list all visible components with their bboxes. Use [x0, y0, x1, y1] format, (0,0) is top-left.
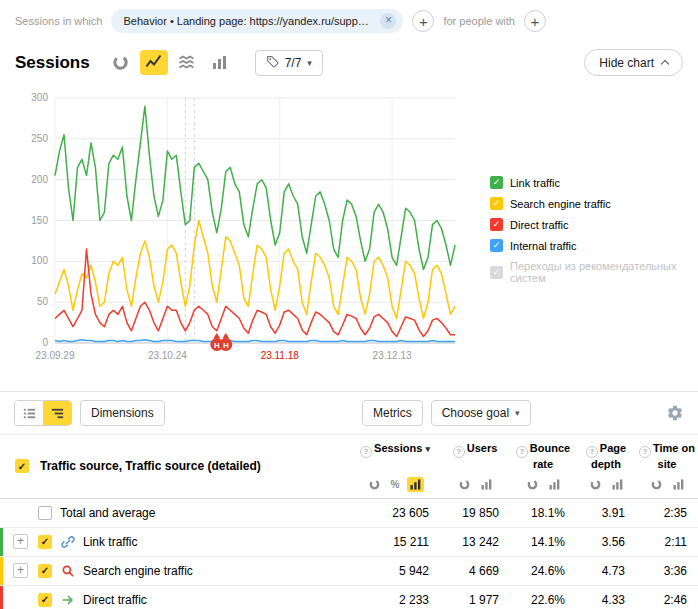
- metric-value: 18.1%: [510, 506, 576, 520]
- info-icon[interactable]: ?: [586, 446, 598, 458]
- line-chart-type-button[interactable]: [140, 50, 168, 75]
- column-label: Sessions: [374, 442, 422, 454]
- add-people-condition-button[interactable]: +: [524, 10, 546, 32]
- row-checkbox[interactable]: ✓: [38, 593, 52, 607]
- column-header-sessions[interactable]: ?Sessions ▾ %: [350, 435, 440, 498]
- select-all-checkbox[interactable]: ✓: [15, 459, 29, 473]
- row-label[interactable]: Search engine traffic: [83, 564, 193, 578]
- search-icon: [61, 564, 75, 578]
- metric-value: 2:11: [636, 535, 698, 549]
- legend-label: Internal traffic: [510, 240, 576, 252]
- row-color-stripe: [0, 586, 3, 609]
- table-header: ✓ Traffic source, Traffic source (detail…: [0, 434, 698, 499]
- legend-item[interactable]: ✓Direct traffic: [490, 218, 698, 231]
- legend-item[interactable]: ✓Search engine traffic: [490, 197, 698, 210]
- bars-display-icon[interactable]: [546, 477, 563, 492]
- dimensions-button[interactable]: Dimensions: [80, 400, 165, 426]
- metric-value: 4.73: [576, 564, 636, 578]
- add-session-condition-button[interactable]: +: [412, 10, 434, 32]
- legend-checkbox[interactable]: ✓: [490, 266, 503, 279]
- pie-chart-type-button[interactable]: [107, 50, 135, 75]
- column-header-users[interactable]: ?Users: [440, 435, 510, 498]
- flat-view-button[interactable]: [15, 401, 43, 425]
- metric-value: 3:36: [636, 564, 698, 578]
- row-label[interactable]: Direct traffic: [83, 593, 147, 607]
- view-mode-switcher: [14, 400, 72, 426]
- percent-display-icon[interactable]: %: [388, 477, 403, 492]
- pie-display-icon[interactable]: [587, 477, 604, 492]
- table-header-first-cell: ✓ Traffic source, Traffic source (detail…: [0, 435, 350, 498]
- svg-text:Н: Н: [214, 341, 220, 350]
- hide-chart-button[interactable]: Hide chart: [584, 49, 683, 76]
- row-checkbox[interactable]: [38, 506, 52, 520]
- legend-checkbox[interactable]: ✓: [490, 218, 503, 231]
- bars-display-icon[interactable]: [670, 477, 687, 492]
- row-color-stripe: [0, 528, 3, 556]
- chevron-up-icon: [661, 60, 669, 68]
- pie-display-icon[interactable]: [648, 477, 665, 492]
- expand-row-button[interactable]: +: [13, 534, 28, 549]
- legend-checkbox[interactable]: ✓: [490, 239, 503, 252]
- svg-text:23.09.29: 23.09.29: [36, 350, 75, 361]
- table-body: Total and average23 60519 85018.1%3.912:…: [0, 499, 698, 609]
- bars-display-icon[interactable]: [609, 477, 626, 492]
- svg-text:300: 300: [31, 92, 48, 103]
- column-header-time-on-site[interactable]: ?Time on site: [636, 435, 698, 498]
- report-table-section: Dimensions Metrics Choose goal ▾ ✓ Traff…: [0, 391, 698, 609]
- tag-icon: [266, 55, 279, 71]
- arrow-icon: [61, 593, 75, 607]
- metrics-button[interactable]: Metrics: [362, 400, 423, 426]
- expand-row-button[interactable]: +: [13, 563, 28, 578]
- dimension-header[interactable]: Traffic source, Traffic source (detailed…: [40, 459, 261, 473]
- metrics-toolbar-group: Metrics Choose goal ▾: [362, 400, 531, 426]
- pie-display-icon[interactable]: [456, 477, 473, 492]
- segment-chip[interactable]: Behavior • Landing page: https://yandex.…: [111, 9, 403, 33]
- choose-goal-dropdown[interactable]: Choose goal ▾: [431, 400, 531, 426]
- table-toolbar: Dimensions Metrics Choose goal ▾: [0, 392, 698, 434]
- legend-item[interactable]: ✓Переходы из рекомендательных систем: [490, 260, 698, 284]
- segments-visible-dropdown[interactable]: 7/7 ▾: [255, 50, 323, 76]
- info-icon[interactable]: ?: [360, 446, 372, 458]
- metric-value: 13 242: [440, 535, 510, 549]
- columns-chart-type-button[interactable]: [206, 50, 234, 75]
- legend-checkbox[interactable]: ✓: [490, 197, 503, 210]
- sessions-line-chart[interactable]: 05010015020025030023.09.2923.10.2423.11.…: [15, 90, 485, 368]
- column-header-page-depth[interactable]: ?Page depth: [576, 435, 636, 498]
- svg-text:150: 150: [31, 215, 48, 226]
- legend-item[interactable]: ✓Link traffic: [490, 176, 698, 189]
- metric-value: 14.1%: [510, 535, 576, 549]
- annotation-pin[interactable]: Н: [219, 333, 232, 351]
- row-checkbox[interactable]: ✓: [38, 564, 52, 578]
- legend-label: Link traffic: [510, 177, 560, 189]
- filter-suffix-label: for people with: [443, 15, 515, 27]
- row-first-cell: +✓Search engine traffic: [0, 557, 350, 585]
- legend-checkbox[interactable]: ✓: [490, 176, 503, 189]
- pie-display-icon[interactable]: [366, 477, 383, 492]
- metric-value: 24.6%: [510, 564, 576, 578]
- row-label[interactable]: Link traffic: [83, 535, 137, 549]
- metric-value: 2:35: [636, 506, 698, 520]
- chip-close-icon[interactable]: ×: [380, 13, 396, 29]
- metric-value: 4.33: [576, 593, 636, 607]
- pie-display-icon[interactable]: [524, 477, 541, 492]
- settings-gear-icon[interactable]: [666, 404, 684, 422]
- info-icon[interactable]: ?: [453, 446, 465, 458]
- segment-chip-label: Behavior • Landing page: https://yandex.…: [123, 15, 373, 27]
- legend-item[interactable]: ✓Internal traffic: [490, 239, 698, 252]
- metric-value: 19 850: [440, 506, 510, 520]
- table-row-direct-traffic: ✓Direct traffic2 2331 97722.6%4.332:46: [0, 586, 698, 609]
- svg-text:23.10.24: 23.10.24: [148, 350, 187, 361]
- info-icon[interactable]: ?: [516, 446, 528, 458]
- hide-chart-label: Hide chart: [599, 56, 654, 70]
- bars-display-icon[interactable]: [407, 477, 424, 492]
- info-icon[interactable]: ?: [639, 446, 651, 458]
- chart-header: Sessions 7/7 ▾ Hide chart: [0, 33, 698, 76]
- stacked-chart-type-button[interactable]: [173, 50, 201, 75]
- tree-view-button[interactable]: [43, 401, 71, 425]
- bars-display-icon[interactable]: [478, 477, 495, 492]
- table-row-link-traffic: +✓Link traffic15 21113 24214.1%3.562:11: [0, 528, 698, 557]
- filter-prefix-label: Sessions in which: [15, 15, 102, 27]
- chevron-down-icon: ▾: [307, 58, 312, 68]
- column-header-bounce-rate[interactable]: ?Bounce rate: [510, 435, 576, 498]
- row-checkbox[interactable]: ✓: [38, 535, 52, 549]
